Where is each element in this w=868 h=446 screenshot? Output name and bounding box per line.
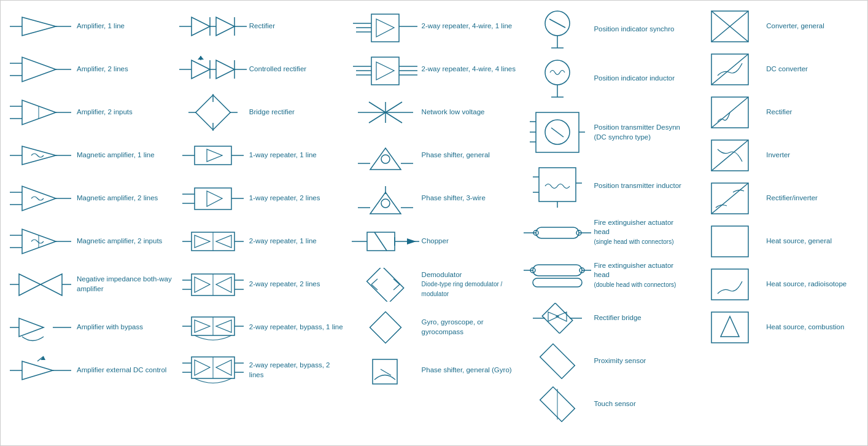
list-item: Network low voltage bbox=[348, 92, 521, 133]
svg-line-132 bbox=[393, 279, 400, 284]
col-amplifiers: Amplifier, 1 line Amplifier, 2 lines bbox=[3, 6, 176, 425]
svg-rect-129 bbox=[366, 268, 403, 302]
symbol-posinductor bbox=[524, 57, 591, 100]
symbol-ampdc bbox=[7, 355, 74, 386]
svg-marker-60 bbox=[207, 149, 222, 162]
label-phasegyro: Phase shifter, general (Gyro) bbox=[419, 366, 517, 375]
symbol-possynchro bbox=[524, 8, 591, 51]
label-gyro: Gyro, gyroscope, or gyrocompass bbox=[419, 318, 517, 337]
list-item: Rectifier bbox=[176, 6, 348, 47]
svg-marker-40 bbox=[216, 17, 234, 36]
svg-line-130 bbox=[371, 279, 378, 284]
col-converters: Converter, general DC converter Rect bbox=[692, 6, 865, 425]
list-item: Phase shifter, 3-wire bbox=[348, 178, 521, 219]
label-heatcomb: Heat source, combustion bbox=[764, 323, 861, 332]
list-item: Amplifier external DC control bbox=[3, 350, 176, 391]
list-item: 1-way repeater, 1 line bbox=[176, 135, 348, 176]
svg-marker-121 bbox=[370, 192, 401, 214]
list-item: DC converter bbox=[692, 49, 865, 90]
symbol-rep1w2 bbox=[179, 182, 247, 216]
svg-marker-107 bbox=[376, 62, 394, 80]
col-rectifiers: Rectifier Controlled rectifier bbox=[176, 6, 348, 425]
col-phase: 2-way repeater, 4-wire, 1 line 2-way rep… bbox=[348, 6, 521, 425]
svg-marker-71 bbox=[216, 235, 231, 248]
svg-marker-1 bbox=[22, 17, 56, 36]
svg-marker-116 bbox=[370, 148, 401, 170]
symbol-magamp2 bbox=[7, 183, 74, 214]
label-netlv: Network low voltage bbox=[419, 108, 517, 117]
svg-line-136 bbox=[381, 369, 391, 375]
list-item: Gyro, gyroscope, or gyrocompass bbox=[348, 307, 521, 348]
symbol-rep4w1l bbox=[352, 8, 419, 45]
symbol-magamp1 bbox=[7, 143, 74, 168]
label-postransdesynn: Position transmitter Desynn (DC synchro … bbox=[591, 123, 689, 142]
svg-marker-79 bbox=[216, 277, 231, 292]
label-rep4w4l: 2-way repeater, 4-wire, 4 lines bbox=[419, 65, 517, 74]
symbol-rep2w2 bbox=[179, 268, 247, 302]
svg-marker-27 bbox=[41, 274, 62, 295]
label-magamp1: Magnetic amplifier, 1 line bbox=[74, 151, 172, 160]
svg-rect-61 bbox=[195, 188, 231, 209]
svg-point-122 bbox=[381, 199, 390, 208]
list-item: 2-way repeater, bypass, 1 line bbox=[176, 307, 348, 348]
label-rep2w1: 2-way repeater, 1 line bbox=[247, 237, 344, 246]
svg-rect-167 bbox=[543, 303, 573, 333]
svg-marker-127 bbox=[407, 238, 416, 245]
symbol-grid: Amplifier, 1 line Amplifier, 2 lines bbox=[1, 1, 867, 430]
list-item: Heat source, radioisotope bbox=[692, 264, 865, 305]
label-rectinv: Rectifier/inverter bbox=[764, 194, 861, 203]
svg-rect-100 bbox=[371, 57, 399, 85]
symbol-postransdesynn bbox=[524, 106, 591, 158]
symbol-rep2wb1 bbox=[179, 311, 247, 345]
list-item: Rectifier/inverter bbox=[692, 178, 865, 219]
symbol-heatrad bbox=[696, 266, 764, 303]
list-item: Fire extinguisher actuator head (double … bbox=[520, 254, 692, 296]
list-item: Magnetic amplifier, 2 inputs bbox=[3, 221, 176, 262]
list-item: Position indicator inductor bbox=[520, 55, 692, 103]
list-item: 2-way repeater, bypass, 2 lines bbox=[176, 350, 348, 391]
list-item: Phase shifter, general bbox=[348, 135, 521, 176]
svg-marker-93 bbox=[216, 360, 231, 375]
svg-rect-94 bbox=[371, 14, 399, 42]
symbol-rep2wb2 bbox=[179, 352, 247, 389]
label-rep1w2: 1-way repeater, 2 lines bbox=[247, 194, 344, 203]
label-firehead2: Fire extinguisher actuator head (double … bbox=[591, 261, 689, 290]
label-dcconv: DC converter bbox=[764, 65, 861, 74]
svg-marker-37 bbox=[192, 17, 210, 36]
svg-line-128 bbox=[374, 232, 387, 251]
label-possynchro: Position indicator synchro bbox=[591, 25, 689, 34]
label-amp2: Amplifier, 2 lines bbox=[74, 65, 172, 74]
label-bridge: Bridge rectifier bbox=[247, 108, 344, 117]
svg-marker-30 bbox=[19, 318, 44, 337]
svg-marker-51 bbox=[198, 56, 204, 60]
svg-marker-92 bbox=[195, 360, 210, 375]
svg-marker-189 bbox=[721, 316, 739, 337]
list-item: 2-way repeater, 1 line bbox=[176, 221, 348, 262]
list-item: Chopper bbox=[348, 221, 521, 262]
list-item: Magnetic amplifier, 2 lines bbox=[3, 178, 176, 219]
svg-marker-5 bbox=[22, 57, 56, 82]
label-amp1: Amplifier, 1 line bbox=[74, 22, 172, 31]
symbol-proximity bbox=[524, 343, 591, 380]
list-item: Converter, general bbox=[692, 6, 865, 47]
svg-rect-161 bbox=[533, 265, 582, 276]
label-amp2i: Amplifier, 2 inputs bbox=[74, 108, 172, 117]
symbol-phase3 bbox=[352, 180, 419, 217]
label-phaseg: Phase shifter, general bbox=[419, 151, 517, 160]
list-item: Position transmitter Desynn (DC synchro … bbox=[520, 104, 692, 161]
svg-line-183 bbox=[711, 140, 748, 171]
symbol-rectinv bbox=[696, 180, 764, 217]
svg-marker-99 bbox=[376, 19, 394, 37]
symbol-crect bbox=[179, 54, 247, 85]
label-rect4: Rectifier bbox=[764, 108, 861, 117]
symbol-negamp bbox=[7, 268, 74, 302]
symbol-firehead2 bbox=[524, 260, 591, 291]
label-rep1w1: 1-way repeater, 1 line bbox=[247, 151, 344, 160]
symbol-rep1w1 bbox=[179, 140, 247, 171]
symbol-ampbypass bbox=[7, 309, 74, 346]
symbol-rect4 bbox=[696, 94, 764, 131]
symbol-firehead1 bbox=[524, 220, 591, 245]
svg-line-179 bbox=[711, 54, 748, 85]
symbol-phaseg bbox=[352, 139, 419, 173]
label-magamp2: Magnetic amplifier, 2 lines bbox=[74, 194, 172, 203]
